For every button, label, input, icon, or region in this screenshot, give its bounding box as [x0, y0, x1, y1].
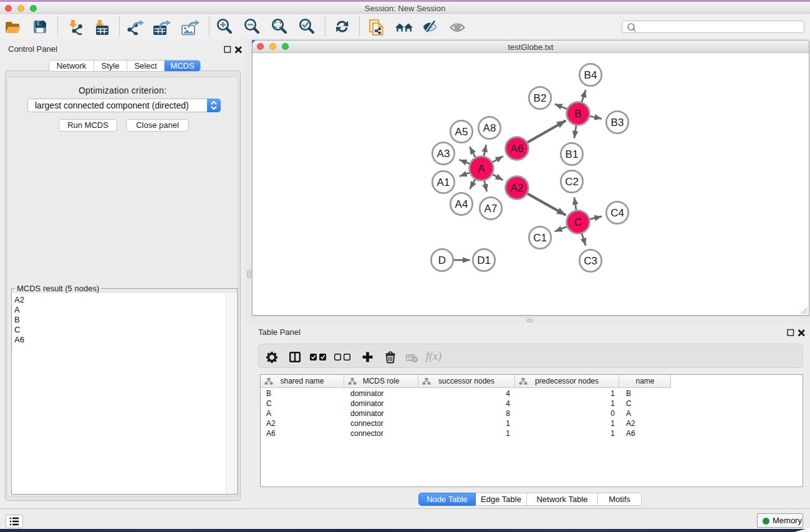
svg-text:D1: D1	[477, 254, 491, 266]
svg-text:A5: A5	[455, 126, 468, 138]
svg-text:A: A	[478, 163, 485, 175]
svg-text:C2: C2	[565, 176, 579, 188]
svg-text:A4: A4	[455, 198, 468, 210]
svg-text:B4: B4	[584, 69, 597, 81]
svg-text:A1: A1	[437, 177, 450, 188]
svg-text:B2: B2	[534, 92, 547, 104]
svg-text:B1: B1	[566, 148, 579, 160]
svg-text:A2: A2	[511, 182, 524, 194]
svg-text:B: B	[574, 108, 581, 120]
svg-text:C3: C3	[584, 255, 597, 267]
svg-text:C1: C1	[533, 232, 547, 244]
svg-text:C4: C4	[610, 207, 624, 219]
svg-text:A6: A6	[511, 143, 524, 155]
svg-text:A7: A7	[485, 203, 498, 215]
svg-text:A8: A8	[483, 122, 496, 134]
svg-text:C: C	[574, 216, 582, 228]
svg-text:A3: A3	[437, 148, 450, 160]
svg-text:D: D	[438, 254, 446, 266]
svg-text:B3: B3	[611, 117, 624, 128]
